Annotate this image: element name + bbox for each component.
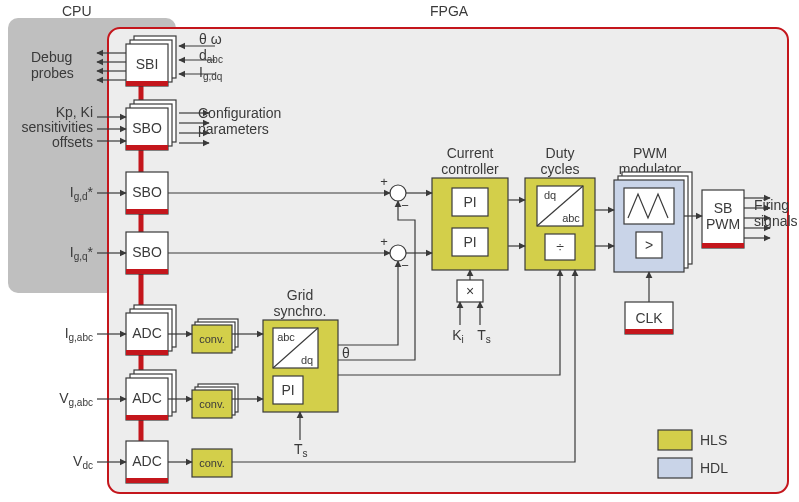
svg-rect-3 bbox=[126, 81, 168, 86]
svg-text:PI: PI bbox=[281, 382, 294, 398]
svg-text:synchro.: synchro. bbox=[274, 303, 327, 319]
svg-text:signals: signals bbox=[754, 213, 798, 229]
sbi-block: SBI bbox=[126, 36, 176, 86]
svg-text:Vdc: Vdc bbox=[73, 453, 93, 471]
pwm-title: PWM bbox=[633, 145, 667, 161]
diagram: CPU FPGA SBI Debug probes θ ω dabc Ig,dq… bbox=[0, 0, 799, 502]
svg-text:sensitivities: sensitivities bbox=[21, 119, 93, 135]
svg-text:+: + bbox=[380, 174, 388, 189]
svg-text:SBI: SBI bbox=[136, 56, 159, 72]
svg-text:−: − bbox=[401, 258, 409, 273]
clk-block: CLK bbox=[625, 302, 673, 334]
svg-text:probes: probes bbox=[31, 65, 74, 81]
svg-rect-132 bbox=[702, 243, 744, 248]
svg-text:θ  ω: θ ω bbox=[199, 31, 222, 47]
sbpwm-block: SB PWM bbox=[702, 190, 744, 248]
svg-text:dq: dq bbox=[544, 189, 556, 201]
svg-text:controller: controller bbox=[441, 161, 499, 177]
svg-text:parameters: parameters bbox=[198, 121, 269, 137]
svg-text:Kp, Ki: Kp, Ki bbox=[56, 104, 93, 120]
svg-rect-34 bbox=[126, 209, 168, 214]
svg-text:dq: dq bbox=[301, 354, 313, 366]
svg-text:CLK: CLK bbox=[635, 310, 663, 326]
conv-vdc: conv. bbox=[192, 449, 232, 477]
svg-rect-46 bbox=[126, 350, 168, 355]
duty-title: Duty bbox=[546, 145, 575, 161]
svg-text:Vg,abc: Vg,abc bbox=[59, 390, 93, 408]
svg-rect-53 bbox=[126, 415, 168, 420]
debug-probes-label: Debug bbox=[31, 49, 72, 65]
legend-hdl: HDL bbox=[700, 460, 728, 476]
svg-text:θ: θ bbox=[342, 345, 350, 361]
svg-text:PWM: PWM bbox=[706, 216, 740, 232]
svg-text:conv.: conv. bbox=[199, 457, 224, 469]
svg-text:−: − bbox=[401, 198, 409, 213]
legend-hls: HLS bbox=[700, 432, 727, 448]
svg-text:offsets: offsets bbox=[52, 134, 93, 150]
svg-rect-142 bbox=[658, 430, 692, 450]
svg-text:PI: PI bbox=[463, 194, 476, 210]
svg-rect-39 bbox=[126, 269, 168, 274]
svg-rect-128 bbox=[625, 329, 673, 334]
sbo-config-block: SBO bbox=[126, 100, 176, 150]
sbo-q-block: SBO bbox=[126, 232, 168, 274]
svg-text:SBO: SBO bbox=[132, 244, 162, 260]
svg-text:conv.: conv. bbox=[199, 333, 224, 345]
conv-vg: conv. bbox=[192, 384, 238, 418]
svg-text:+: + bbox=[380, 234, 388, 249]
cc-title: Current bbox=[447, 145, 494, 161]
adc-ig-block: ADC bbox=[126, 305, 176, 355]
grid-sync-title: Grid bbox=[287, 287, 313, 303]
svg-text:SBO: SBO bbox=[132, 120, 162, 136]
svg-text:abc: abc bbox=[277, 331, 295, 343]
svg-text:÷: ÷ bbox=[556, 239, 564, 255]
svg-text:cycles: cycles bbox=[541, 161, 580, 177]
firing-signals-label: Firing bbox=[754, 197, 789, 213]
adc-vg-block: ADC bbox=[126, 370, 176, 420]
svg-text:Ig,abc: Ig,abc bbox=[65, 325, 93, 343]
svg-rect-122 bbox=[624, 188, 674, 224]
svg-text:×: × bbox=[466, 283, 474, 299]
svg-text:PI: PI bbox=[463, 234, 476, 250]
svg-text:SB: SB bbox=[714, 200, 733, 216]
svg-text:abc: abc bbox=[562, 212, 580, 224]
svg-rect-19 bbox=[126, 145, 168, 150]
svg-text:Configuration: Configuration bbox=[198, 105, 281, 121]
conv-ig: conv. bbox=[192, 319, 238, 353]
svg-text:ADC: ADC bbox=[132, 325, 162, 341]
svg-text:SBO: SBO bbox=[132, 184, 162, 200]
pwm-block: > bbox=[614, 172, 692, 272]
sbo-d-block: SBO bbox=[126, 172, 168, 214]
svg-rect-143 bbox=[658, 458, 692, 478]
svg-rect-58 bbox=[126, 478, 168, 483]
svg-text:ADC: ADC bbox=[132, 453, 162, 469]
svg-text:ADC: ADC bbox=[132, 390, 162, 406]
current-controller-block: PI PI bbox=[432, 178, 508, 270]
adc-vdc-block: ADC bbox=[126, 441, 168, 483]
grid-sync-block: abc dq PI bbox=[263, 320, 338, 412]
svg-text:>: > bbox=[645, 237, 653, 253]
svg-text:conv.: conv. bbox=[199, 398, 224, 410]
duty-block: dq abc ÷ bbox=[525, 178, 595, 270]
fpga-label: FPGA bbox=[430, 3, 469, 19]
cpu-label: CPU bbox=[62, 3, 92, 19]
